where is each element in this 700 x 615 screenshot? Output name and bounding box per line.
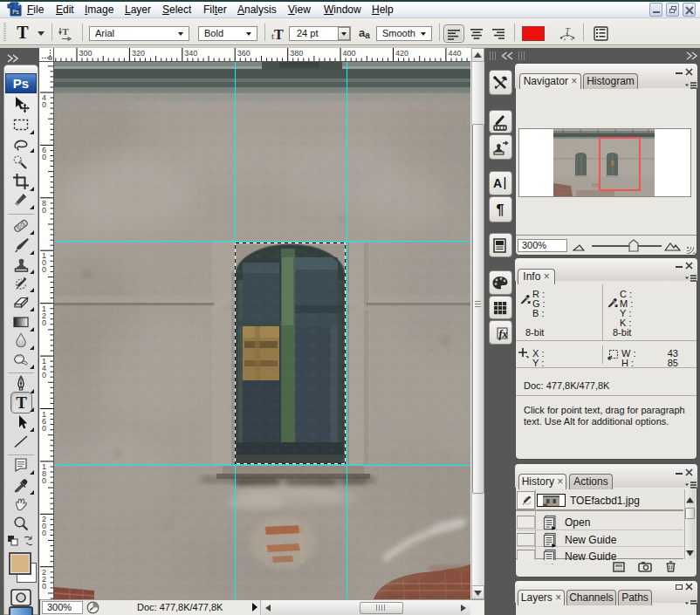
svg-text:T: T: [62, 26, 69, 37]
svg-text:0: 0: [42, 265, 46, 274]
svg-text:0: 0: [42, 424, 46, 433]
svg-text:440: 440: [448, 49, 461, 58]
svg-text:0: 0: [42, 371, 46, 379]
svg-text:0: 0: [42, 529, 46, 537]
svg-text:0: 0: [42, 100, 46, 109]
svg-text:420: 420: [395, 49, 408, 58]
svg-text:360: 360: [237, 49, 250, 58]
svg-text:300: 300: [79, 49, 93, 58]
svg-text:0: 0: [42, 582, 46, 591]
svg-text:¶: ¶: [497, 202, 504, 217]
svg-text:0: 0: [42, 476, 46, 485]
svg-text:0: 0: [42, 206, 46, 215]
svg-text:320: 320: [132, 49, 145, 58]
svg-text:380: 380: [290, 49, 303, 58]
svg-text:Ps: Ps: [12, 9, 19, 15]
svg-text:T: T: [565, 26, 571, 36]
svg-text:A: A: [493, 176, 502, 190]
svg-text:0: 0: [42, 318, 46, 327]
svg-text:fx: fx: [499, 328, 508, 340]
svg-text:400: 400: [343, 49, 356, 58]
svg-text:0: 0: [42, 153, 46, 161]
svg-text:340: 340: [184, 49, 197, 58]
